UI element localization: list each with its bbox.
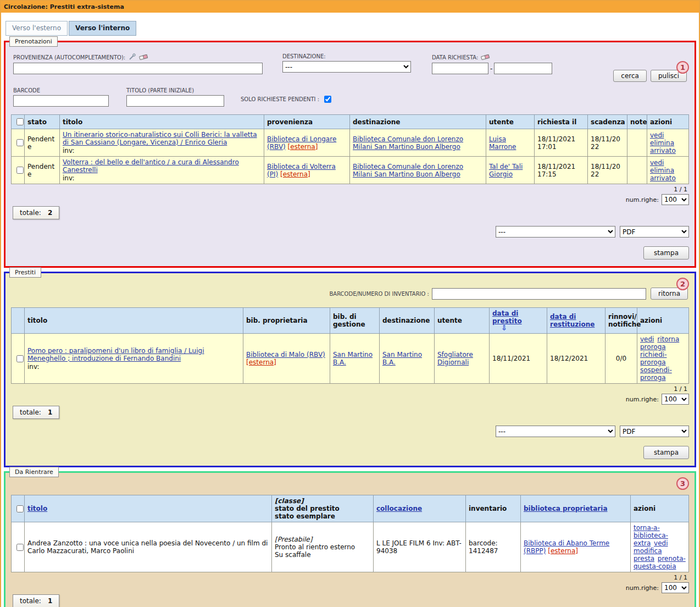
data-richiesta-da-input[interactable] (432, 63, 488, 74)
section-prenotazioni: Prenotazioni 1 PROVENIENZA (AUTOCOMPLETA… (4, 41, 696, 268)
sort-data-restituzione-link[interactable]: data di restituzione (550, 313, 595, 328)
row-checkbox[interactable] (16, 544, 24, 551)
cell-scadenza: 18/11/2022 (588, 157, 627, 184)
section-prestiti: Prestiti 2 BARCODE/NUMERO DI INVENTARIO … (4, 272, 696, 467)
stato-prestito-value: Pronto al rientro esterno (275, 543, 370, 551)
destinazione-label: DESTINAZIONE: (282, 53, 326, 59)
sort-collocazione-link[interactable]: collocazione (376, 505, 422, 512)
da-rientrare-row: Andrea Zanzotto : una voce unica nella p… (12, 522, 689, 572)
cell-utente: Sfogliatore Digiornali (435, 334, 490, 384)
data-richiesta-a-input[interactable] (494, 63, 552, 74)
titolo-link[interactable]: Pomo pero : paralipomeni d'un libro di f… (27, 347, 204, 362)
sort-titolo-link[interactable]: titolo (27, 505, 47, 512)
col-header-bib-gestione: bib. di gestione (330, 308, 380, 334)
col-header-data-restituzione: data di restituzione (547, 308, 605, 334)
eraser-icon[interactable] (481, 53, 490, 61)
presta-link[interactable]: presta (634, 555, 654, 562)
export-action-select[interactable]: --- (496, 426, 615, 437)
row-checkbox[interactable] (16, 139, 24, 146)
modifica-link[interactable]: modifica (634, 547, 662, 555)
titolo-field-group: TITOLO (PARTE INIZIALE) (126, 87, 225, 107)
utente-link[interactable]: Luisa Marrone (489, 135, 516, 151)
prenotazione-row: Pendente Volterra : del bello e dell'ant… (12, 157, 689, 184)
esterna-tag: [esterna] (288, 143, 318, 151)
vedi-link[interactable]: vedi (650, 159, 664, 167)
section-da-rientrare: Da Rientrare 3 titolo [classe] stato del… (4, 471, 696, 607)
cell-biblioteca-proprietaria: Biblioteca di Abano Terme (RBPP) [estern… (521, 522, 631, 572)
totale-value: 1 (48, 409, 52, 416)
barcode-input[interactable] (13, 95, 109, 107)
cell-data-prestito: 18/11/2021 (490, 334, 547, 384)
sort-biblioteca-link[interactable]: biblioteca proprietaria (524, 505, 608, 512)
destinazione-link[interactable]: San Martino B.A. (382, 351, 422, 366)
select-all-checkbox[interactable] (16, 505, 24, 512)
elimina-link[interactable]: elimina (650, 167, 674, 174)
export-format-select[interactable]: PDF (620, 426, 689, 437)
vedi-link[interactable]: vedi (640, 335, 654, 343)
tab-verso-interno[interactable]: Verso l'interno (69, 21, 136, 36)
col-header-azioni: azioni (631, 495, 689, 522)
arrivato-link[interactable]: arrivato (650, 147, 676, 154)
col-header-azioni: azioni (637, 308, 689, 334)
cell-note (627, 157, 647, 184)
utente-link[interactable]: Sfogliatore Digiornali (437, 351, 473, 366)
richiedi-proroga-link[interactable]: richiedi-proroga (640, 351, 666, 366)
bib-gestione-link[interactable]: San Martino B.A. (333, 351, 373, 366)
col-header-scadenza: scadenza (588, 115, 627, 129)
destinazione-link[interactable]: Biblioteca Comunale don Lorenzo Milani S… (353, 135, 463, 151)
titolo-input[interactable] (126, 95, 224, 107)
cell-utente: Luisa Marrone (486, 129, 535, 157)
col-header-titolo: titolo (25, 495, 272, 522)
utente-link[interactable]: Tal de' Tali Giorgio (489, 163, 523, 178)
sospendi-proroga-link[interactable]: sospendi-proroga (640, 366, 672, 382)
elimina-link[interactable]: elimina (650, 139, 674, 147)
barcode-inventario-input[interactable] (432, 288, 646, 300)
sort-desc-icon[interactable]: ⇩ (501, 325, 544, 332)
col-header-richiesta-il: richiesta il (535, 115, 588, 129)
row-checkbox[interactable] (16, 167, 24, 174)
num-righe-select[interactable]: 100 (662, 394, 689, 405)
stampa-button[interactable]: stampa (643, 446, 689, 459)
picker-wand-icon[interactable] (128, 53, 136, 61)
stampa-button[interactable]: stampa (643, 246, 689, 260)
app-window: Circolazione: Prestiti extra-sistema Ver… (0, 0, 700, 607)
eraser-icon[interactable] (139, 53, 148, 61)
destinazione-link[interactable]: Biblioteca Comunale don Lorenzo Milani S… (353, 163, 463, 178)
arrivato-link[interactable]: arrivato (650, 174, 676, 182)
solo-pendenti-checkbox[interactable] (324, 96, 331, 103)
titolo-link[interactable]: Un itinerario storico-naturalistico sui … (63, 131, 257, 146)
destinazione-select[interactable]: --- (282, 61, 411, 73)
barcode-field-group: BARCODE (13, 87, 119, 107)
page-title: Circolazione: Prestiti extra-sistema (4, 3, 124, 10)
cell-bib-proprietaria: Biblioteca di Malo (RBV) [esterna] (243, 334, 330, 384)
col-header-titolo: titolo (25, 308, 243, 334)
cell-richiesta-il: 18/11/2021 17:15 (535, 157, 588, 184)
ritorna-link[interactable]: ritorna (657, 335, 679, 343)
num-righe-select[interactable]: 100 (662, 194, 689, 205)
cerca-button[interactable]: cerca (613, 70, 647, 82)
prenotazioni-legend: Prenotazioni (9, 36, 58, 47)
select-all-checkbox[interactable] (16, 118, 24, 125)
stato-esemplare-value: Su scaffale (275, 551, 370, 559)
solo-pendenti-label: SOLO RICHIESTE PENDENTI : (241, 96, 319, 102)
sort-data-prestito-link[interactable]: data di prestito (492, 310, 522, 325)
vedi-link[interactable]: vedi (654, 539, 668, 547)
provenienza-input[interactable] (13, 63, 263, 74)
totale-label: totale: (20, 597, 41, 605)
num-righe-select[interactable]: 100 (662, 582, 689, 593)
col-header-inventario: inventario (466, 495, 521, 522)
export-format-select[interactable]: PDF (620, 226, 689, 238)
prestito-row: Pomo pero : paralipomeni d'un libro di f… (12, 334, 689, 384)
tab-verso-esterno[interactable]: Verso l'esterno (5, 21, 68, 36)
cell-titolo: Andrea Zanzotto : una voce unica nella p… (25, 522, 272, 572)
row-checkbox[interactable] (16, 355, 24, 362)
vedi-link[interactable]: vedi (650, 131, 664, 139)
destinazione-field-group: DESTINAZIONE: --- (282, 53, 424, 82)
export-action-select[interactable]: --- (496, 226, 615, 238)
col-header-biblioteca-proprietaria: biblioteca proprietaria (521, 495, 631, 522)
titolo-link[interactable]: Volterra : del bello e dell'antico / a c… (63, 158, 239, 174)
inv-label: inv: (27, 363, 240, 371)
bib-proprietaria-link[interactable]: Biblioteca di Malo (RBV) (246, 351, 325, 358)
totale-label: totale: (20, 209, 41, 217)
proroga-link[interactable]: proroga (640, 343, 666, 351)
